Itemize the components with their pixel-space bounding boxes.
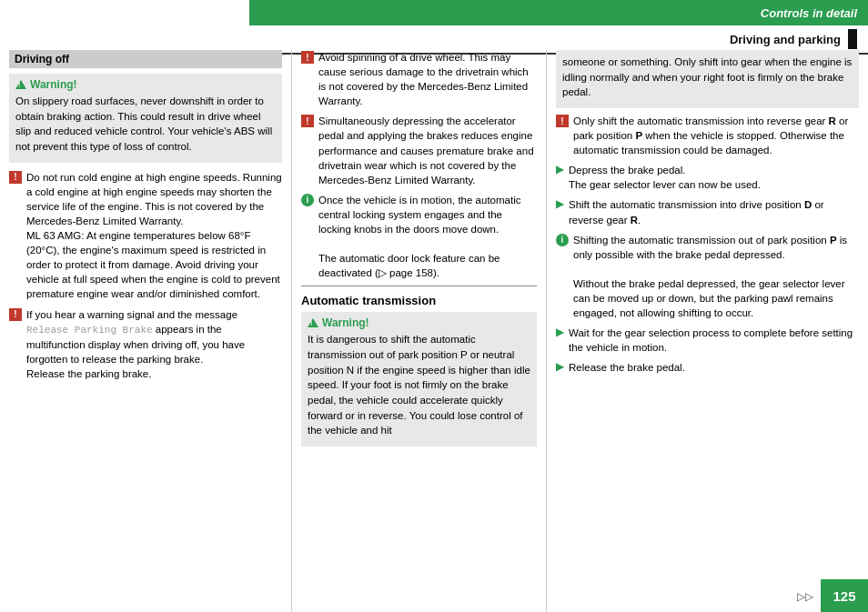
arrow-icon-right-5: ▶ (556, 326, 564, 338)
warning-label-left: Warning! (30, 78, 77, 91)
red-exclaim-icon-mid-2: ! (301, 115, 314, 127)
right-bullet-5: ▶ Wait for the gear selection process to… (556, 326, 859, 355)
left-column: Driving off Warning! On slippery road su… (9, 50, 291, 612)
arrow-icon-right-3: ▶ (556, 197, 564, 210)
left-bullet-2-text: If you hear a warning signal and the mes… (26, 307, 282, 382)
warning-title-left: Warning! (15, 78, 276, 91)
mid-bullet-1: ! Avoid spinning of a drive wheel. This … (301, 50, 537, 108)
right-column: someone or something. Only shift into ge… (546, 50, 859, 612)
mid-divider (301, 286, 537, 286)
header-title: Controls in detail (761, 6, 857, 20)
mid-bullet-2: ! Simultaneously depressing the accelera… (301, 114, 537, 186)
section-heading-driving-off: Driving off (9, 50, 282, 68)
mid-bullet-2-text: Simultaneously depressing the accelerato… (318, 114, 537, 186)
right-bullet-2-text: Depress the brake pedal. The gear select… (569, 163, 761, 192)
warning-label-mid: Warning! (322, 316, 369, 329)
mid-bullet-3-text: Once the vehicle is in motion, the autom… (318, 193, 537, 281)
right-bullet-1: ! Only shift the automatic transmission … (556, 114, 859, 157)
red-exclaim-icon-right-1: ! (556, 115, 569, 127)
red-exclaim-icon-1: ! (9, 171, 22, 184)
mid-column: ! Avoid spinning of a drive wheel. This … (291, 50, 546, 612)
warning-continuation-text: someone or something. Only shift into ge… (562, 55, 853, 100)
mid-bullet-1-text: Avoid spinning of a drive wheel. This ma… (318, 50, 537, 108)
section-heading-auto-trans: Automatic transmission (301, 294, 537, 307)
right-bullet-1-text: Only shift the automatic transmission in… (573, 114, 859, 157)
warning-text-mid: It is dangerous to shift the automatic t… (308, 332, 530, 438)
red-exclaim-icon-2: ! (9, 308, 22, 321)
right-bullet-4-text: Shifting the automatic transmission out … (573, 233, 859, 321)
warning-title-mid: Warning! (308, 316, 530, 329)
right-bullet-3-text: Shift the automatic transmission into dr… (569, 197, 859, 226)
warning-triangle-mid-icon (308, 318, 318, 327)
right-bullet-6: ▶ Release the brake pedal. (556, 360, 859, 375)
warning-block-mid: Warning! It is dangerous to shift the au… (301, 312, 537, 446)
left-bullet-2: ! If you hear a warning signal and the m… (9, 307, 282, 382)
right-bullet-2: ▶ Depress the brake pedal. The gear sele… (556, 163, 859, 192)
content-area: Driving off Warning! On slippery road su… (0, 50, 868, 612)
sub-header-title: Driving and parking (730, 33, 841, 46)
header-bar: Controls in detail (249, 0, 868, 25)
warning-text-left: On slippery road surfaces, never downshi… (15, 94, 276, 155)
right-bullet-3: ▶ Shift the automatic transmission into … (556, 197, 859, 226)
mid-bullet-3: i Once the vehicle is in motion, the aut… (301, 193, 537, 281)
right-bullet-6-text: Release the brake pedal. (569, 360, 685, 375)
right-bullet-4: i Shifting the automatic transmission ou… (556, 233, 859, 321)
arrow-icon-right-6: ▶ (556, 360, 564, 373)
sub-header-decoration (848, 29, 857, 49)
warning-triangle-icon (15, 80, 26, 89)
red-exclaim-icon-mid-1: ! (301, 51, 314, 64)
warning-continuation: someone or something. Only shift into ge… (556, 50, 859, 108)
info-icon-right-1: i (556, 234, 569, 246)
info-icon-mid-1: i (301, 194, 314, 206)
warning-block-left: Warning! On slippery road surfaces, neve… (9, 74, 282, 163)
arrow-icon-right-2: ▶ (556, 163, 564, 176)
right-bullet-5-text: Wait for the gear selection process to c… (569, 326, 859, 355)
parking-brake-link: Release Parking Brake (26, 325, 153, 336)
left-bullet-1-text: Do not run cold engine at high engine sp… (26, 170, 282, 302)
left-bullet-1: ! Do not run cold engine at high engine … (9, 170, 282, 302)
